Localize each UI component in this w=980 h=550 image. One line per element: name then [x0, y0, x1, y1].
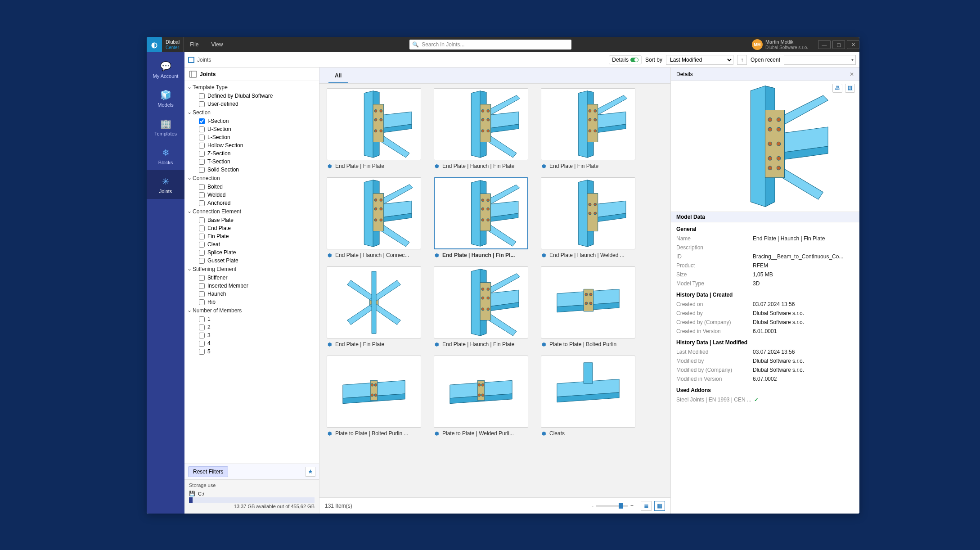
joint-card[interactable]: ⬢End Plate | Fin Plate: [327, 266, 421, 347]
filter-check[interactable]: L-Section: [184, 133, 319, 141]
maximize-button[interactable]: ▢: [832, 40, 845, 49]
filter-check[interactable]: Base Plate: [184, 216, 319, 224]
details-toggle[interactable]: Details: [609, 55, 642, 64]
filter-check[interactable]: Cleat: [184, 240, 319, 248]
filter-check[interactable]: Inserted Member: [184, 282, 319, 290]
filter-check[interactable]: Anchored: [184, 199, 319, 207]
filter-check[interactable]: Fin Plate: [184, 232, 319, 240]
joint-card[interactable]: ⬢End Plate | Haunch | Fin Plate: [434, 88, 528, 169]
filter-group-title[interactable]: Connection: [184, 174, 319, 183]
sort-direction-button[interactable]: ↑: [737, 55, 747, 65]
filter-group-title[interactable]: Connection Element: [184, 207, 319, 216]
filter-checkbox[interactable]: [199, 135, 205, 140]
filter-group-title[interactable]: Template Type: [184, 83, 319, 92]
joint-card[interactable]: ⬢Cleats: [541, 356, 635, 437]
filter-checkbox[interactable]: [199, 200, 205, 206]
menu-file[interactable]: File: [184, 41, 205, 48]
filter-checkbox[interactable]: [199, 283, 205, 289]
filter-checkbox[interactable]: [199, 143, 205, 149]
filter-group-title[interactable]: Stiffening Element: [184, 265, 319, 274]
filter-check[interactable]: Hollow Section: [184, 141, 319, 149]
filter-check[interactable]: 2: [184, 323, 319, 331]
rail-joints[interactable]: ✳ Joints: [147, 170, 184, 199]
joint-card[interactable]: ⬢Plate to Plate | Bolted Purlin: [541, 266, 635, 347]
filter-check[interactable]: U-Section: [184, 125, 319, 133]
filter-check[interactable]: Z-Section: [184, 149, 319, 158]
filter-checkbox[interactable]: [199, 101, 205, 107]
filter-checkbox[interactable]: [199, 93, 205, 99]
zoom-control[interactable]: - +: [592, 503, 634, 509]
sort-select[interactable]: Last Modified: [666, 55, 733, 65]
gallery-scroll[interactable]: ⬢End Plate | Fin Plate⬢End Plate | Haunc…: [319, 84, 670, 497]
filter-checkbox[interactable]: [199, 316, 205, 322]
list-view-button[interactable]: ≣: [641, 501, 652, 511]
filter-checkbox[interactable]: [199, 151, 205, 157]
favorite-button[interactable]: ★: [306, 467, 315, 477]
filter-check[interactable]: 5: [184, 347, 319, 356]
filter-checkbox[interactable]: [199, 258, 205, 264]
reset-filters-button[interactable]: Reset Filters: [188, 466, 228, 477]
filter-checkbox[interactable]: [199, 291, 205, 297]
joint-card[interactable]: ⬢End Plate | Fin Plate: [541, 88, 635, 169]
filter-checkbox[interactable]: [199, 159, 205, 165]
filter-checkbox[interactable]: [199, 234, 205, 239]
filter-check[interactable]: Rib: [184, 298, 319, 306]
preview-tool-2[interactable]: 🖼: [845, 84, 855, 93]
user-area[interactable]: MM Martin Motlik Dlubal Software s.r.o.: [752, 39, 808, 50]
joint-card[interactable]: ⬢End Plate | Haunch | Welded ...: [541, 177, 635, 258]
filter-checkbox[interactable]: [199, 299, 205, 305]
filter-checkbox[interactable]: [199, 192, 205, 198]
filter-check[interactable]: Stiffener: [184, 274, 319, 282]
joint-card[interactable]: ⬢End Plate | Haunch | Fin Pl...: [434, 177, 528, 258]
filter-check[interactable]: Solid Section: [184, 166, 319, 174]
filter-checkbox[interactable]: [199, 341, 205, 347]
grid-view-button[interactable]: ▦: [654, 501, 665, 511]
filter-checkbox[interactable]: [199, 250, 205, 256]
filter-checkbox[interactable]: [199, 167, 205, 173]
zoom-knob[interactable]: [619, 503, 623, 509]
rail-my-account[interactable]: 💬 My Account: [147, 55, 184, 84]
filter-check[interactable]: T-Section: [184, 158, 319, 166]
filter-check[interactable]: Splice Plate: [184, 248, 319, 257]
close-button[interactable]: ✕: [847, 40, 859, 49]
filter-check[interactable]: End Plate: [184, 224, 319, 232]
filter-check[interactable]: Welded: [184, 191, 319, 199]
filter-checkbox[interactable]: [199, 126, 205, 132]
filter-checkbox[interactable]: [199, 349, 205, 355]
joint-card[interactable]: ⬢Plate to Plate | Welded Purli...: [434, 356, 528, 437]
menu-view[interactable]: View: [205, 41, 229, 48]
filter-checkbox[interactable]: [199, 225, 205, 231]
filter-checkbox[interactable]: [199, 325, 205, 330]
filter-checkbox[interactable]: [199, 333, 205, 338]
details-body[interactable]: 🖶 🖼: [671, 81, 859, 514]
filter-check[interactable]: 4: [184, 339, 319, 347]
filter-check[interactable]: User-defined: [184, 100, 319, 108]
rail-templates[interactable]: 🏢 Templates: [147, 113, 184, 141]
rail-models[interactable]: 🧊 Models: [147, 84, 184, 113]
tab-all[interactable]: All: [328, 69, 348, 83]
search-input[interactable]: 🔍 Search in Joints...: [409, 40, 571, 50]
joint-card[interactable]: ⬢End Plate | Fin Plate: [327, 88, 421, 169]
filter-check[interactable]: Bolted: [184, 183, 319, 191]
filter-check[interactable]: Gusset Plate: [184, 257, 319, 265]
filter-check[interactable]: Defined by Dlubal Software: [184, 92, 319, 100]
filter-checkbox[interactable]: [199, 184, 205, 190]
filter-scroll[interactable]: Template TypeDefined by Dlubal SoftwareU…: [184, 81, 319, 463]
joint-card[interactable]: ⬢End Plate | Haunch | Connec...: [327, 177, 421, 258]
filter-group-title[interactable]: Number of Members: [184, 306, 319, 315]
preview-tool-1[interactable]: 🖶: [832, 84, 842, 93]
filter-checkbox[interactable]: [199, 242, 205, 248]
details-close-button[interactable]: ✕: [850, 71, 854, 77]
filter-check[interactable]: 3: [184, 331, 319, 339]
filter-group-title[interactable]: Section: [184, 108, 319, 117]
filter-check[interactable]: I-Section: [184, 117, 319, 125]
rail-blocks[interactable]: ❄ Blocks: [147, 141, 184, 170]
filter-checkbox[interactable]: [199, 275, 205, 281]
joint-card[interactable]: ⬢End Plate | Haunch | Fin Plate: [434, 266, 528, 347]
filter-checkbox[interactable]: [199, 217, 205, 223]
filter-checkbox[interactable]: [199, 118, 205, 124]
filter-check[interactable]: Haunch: [184, 290, 319, 298]
minimize-button[interactable]: —: [818, 40, 831, 49]
joint-card[interactable]: ⬢Plate to Plate | Bolted Purlin ...: [327, 356, 421, 437]
filter-check[interactable]: 1: [184, 315, 319, 323]
